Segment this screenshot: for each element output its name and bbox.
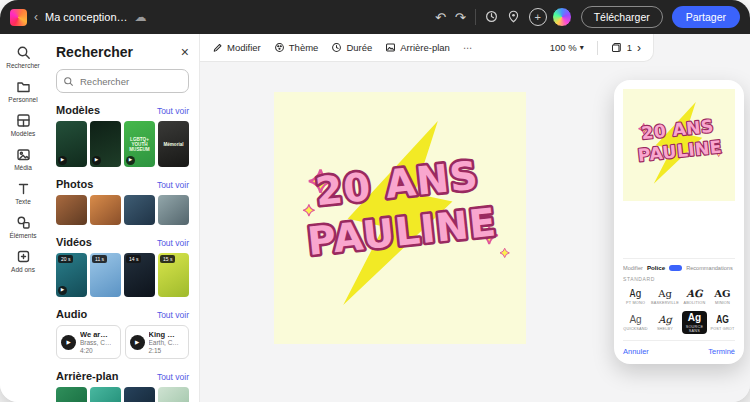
audio-duration: 2:15	[149, 347, 179, 354]
see-all-link[interactable]: Tout voir	[157, 372, 189, 382]
photo-thumb[interactable]	[124, 195, 155, 225]
rail-label: Rechercher	[6, 62, 40, 69]
topbar: ‹ Ma conception… ☁ ↶ ↷ + Télécharger Par…	[0, 0, 750, 34]
search-box[interactable]	[56, 69, 189, 93]
app-window: ‹ Ma conception… ☁ ↶ ↷ + Télécharger Par…	[0, 0, 750, 402]
font-option-selected[interactable]: AgSOURCE SANS	[682, 311, 707, 334]
main-area: Modifier Thème Durée Arrière-plan ⋯	[200, 34, 750, 402]
more-tool[interactable]: ⋯	[463, 42, 473, 53]
background-thumb[interactable]	[124, 387, 155, 402]
font-sample: Ag	[658, 289, 672, 299]
redo-icon[interactable]: ↷	[455, 11, 466, 24]
font-option[interactable]: AGMINION	[710, 285, 735, 308]
audio-subtitle: Brass, C…	[80, 339, 111, 346]
section-header-audio: Audio Tout voir	[56, 308, 189, 320]
rail-item-templates[interactable]: Modèles	[2, 108, 44, 141]
section-title: Photos	[56, 178, 93, 190]
audio-meta: King … Earth, C… 2:15	[149, 330, 179, 354]
avatar[interactable]	[552, 7, 572, 27]
see-all-link[interactable]: Tout voir	[157, 106, 189, 116]
duration-tool[interactable]: Durée	[331, 42, 372, 53]
section-header-background: Arrière-plan Tout voir	[56, 370, 189, 382]
rail-item-text[interactable]: Texte	[2, 176, 44, 209]
audio-meta: We ar… Brass, C… 4:20	[80, 330, 111, 354]
background-thumb[interactable]	[56, 387, 87, 402]
photo-thumb[interactable]	[158, 195, 189, 225]
design-canvas[interactable]: 20 ANS PAULINE	[274, 92, 526, 344]
rail-label: Texte	[15, 198, 31, 205]
see-all-link[interactable]: Tout voir	[157, 238, 189, 248]
video-thumb[interactable]: 14 s	[124, 253, 155, 297]
palette-icon	[274, 42, 285, 53]
standard-label: STANDARD	[623, 276, 735, 282]
play-icon[interactable]: ▶	[130, 335, 145, 350]
folder-icon	[16, 79, 31, 94]
photo-thumb[interactable]	[90, 195, 121, 225]
font-option[interactable]: AgQUICKSAND	[623, 311, 648, 334]
rail-item-search[interactable]: Rechercher	[2, 40, 44, 73]
videos-row: 20 s▶ 11 s 14 s 15 s	[56, 253, 189, 297]
search-input[interactable]	[78, 75, 182, 88]
phone-design-canvas[interactable]: 20 ANS PAULINE	[623, 89, 735, 201]
page-number: 1	[627, 42, 632, 53]
template-thumb[interactable]: Mémorial	[158, 121, 189, 167]
pin-icon[interactable]	[507, 10, 520, 25]
see-all-link[interactable]: Tout voir	[157, 180, 189, 190]
rail-item-elements[interactable]: Éléments	[2, 210, 44, 243]
audio-duration: 4:20	[80, 347, 111, 354]
theme-tool[interactable]: Thème	[274, 42, 319, 53]
history-icon[interactable]	[485, 10, 498, 25]
close-icon[interactable]: ×	[181, 45, 189, 59]
back-chevron-icon[interactable]: ‹	[34, 11, 38, 23]
background-thumb[interactable]	[90, 387, 121, 402]
font-option[interactable]: AGABOLITION	[682, 285, 707, 308]
chevron-right-icon[interactable]: ›	[637, 42, 641, 54]
template-thumb[interactable]: ▶	[90, 121, 121, 167]
rail-item-media[interactable]: Média	[2, 142, 44, 175]
audio-card[interactable]: ▶ We ar… Brass, C… 4:20	[56, 325, 121, 359]
font-sample: Ag	[658, 315, 672, 325]
clock-icon	[331, 42, 342, 53]
tab-edit[interactable]: Modifier	[623, 265, 643, 271]
done-button[interactable]: Terminé	[708, 347, 735, 356]
video-thumb[interactable]: 20 s▶	[56, 253, 87, 297]
tab-recommendations[interactable]: Recommandations	[686, 265, 733, 271]
zoom-control[interactable]: 100 % ▾	[550, 42, 584, 53]
share-button[interactable]: Partager	[672, 6, 740, 28]
rail-item-personal[interactable]: Personnel	[2, 74, 44, 107]
express-logo-icon[interactable]	[10, 9, 27, 26]
audio-card[interactable]: ▶ King … Earth, C… 2:15	[125, 325, 190, 359]
font-sample: Ag	[688, 313, 701, 323]
topbar-left: ‹ Ma conception… ☁	[10, 9, 147, 26]
undo-icon[interactable]: ↶	[435, 11, 446, 24]
cancel-button[interactable]: Annuler	[623, 347, 649, 356]
edit-tool[interactable]: Modifier	[212, 42, 261, 53]
font-option[interactable]: AgPT MONO	[623, 285, 648, 308]
font-option[interactable]: AgSHELBY	[651, 311, 679, 334]
background-tool[interactable]: Arrière-plan	[385, 42, 450, 53]
topbar-divider	[475, 9, 476, 25]
font-name: POST GROT	[710, 327, 734, 331]
template-thumb[interactable]: ▶	[56, 121, 87, 167]
font-name: MINION	[715, 301, 730, 305]
background-thumb[interactable]	[158, 387, 189, 402]
document-title[interactable]: Ma conception…	[45, 11, 128, 23]
download-button[interactable]: Télécharger	[581, 6, 663, 28]
video-thumb[interactable]: 15 s	[158, 253, 189, 297]
play-icon[interactable]: ▶	[61, 335, 76, 350]
addons-icon	[16, 249, 31, 264]
audio-subtitle: Earth, C…	[149, 339, 179, 346]
topbar-right: ↶ ↷ + Télécharger Partager	[435, 6, 740, 28]
template-thumb[interactable]: LGBTQ+ YOUTH MUSEUM▶	[124, 121, 155, 167]
font-option[interactable]: AgBASKERVILLE	[651, 285, 679, 308]
templates-row: ▶ ▶ LGBTQ+ YOUTH MUSEUM▶ Mémorial	[56, 121, 189, 167]
photo-thumb[interactable]	[56, 195, 87, 225]
video-thumb[interactable]: 11 s	[90, 253, 121, 297]
font-option[interactable]: AGPOST GROT	[710, 311, 735, 334]
rail-item-addons[interactable]: Add ons	[2, 244, 44, 277]
pages-icon[interactable]	[611, 42, 622, 53]
see-all-link[interactable]: Tout voir	[157, 310, 189, 320]
add-collaborator-icon[interactable]: +	[529, 8, 547, 26]
tab-font[interactable]: Police	[647, 264, 665, 271]
section-header-templates: Modèles Tout voir	[56, 104, 189, 116]
